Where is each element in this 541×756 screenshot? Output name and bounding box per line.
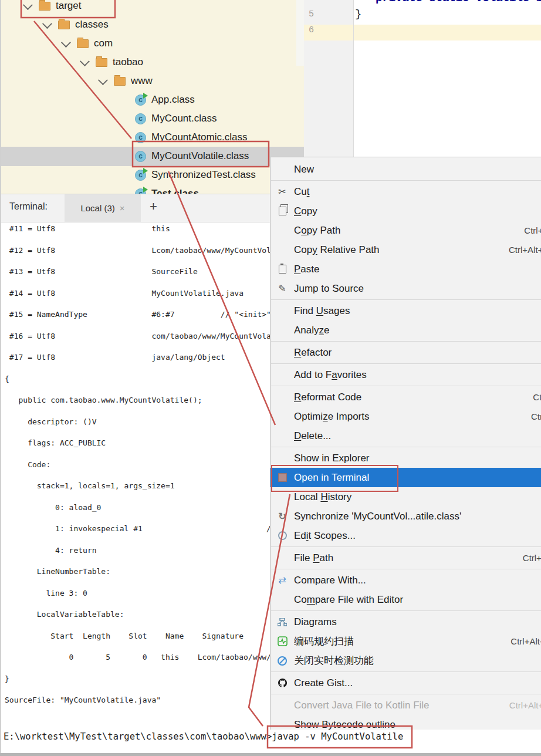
tree-item-mycountatomic-class[interactable]: c MyCountAtomic.class bbox=[135, 128, 247, 147]
tree-item-label[interactable]: taobao bbox=[113, 56, 143, 68]
menu-item-disable-realtime-inspection[interactable]: 关闭实时检测功能 bbox=[270, 651, 541, 670]
diagram-icon bbox=[276, 616, 289, 629]
tree-item-com[interactable]: com bbox=[62, 34, 113, 53]
tree-item-www[interactable]: www bbox=[99, 72, 153, 90]
tree-item-taobao[interactable]: taobao bbox=[80, 53, 143, 72]
terminal-tab-label[interactable]: Local (3) bbox=[80, 203, 114, 213]
chevron-down-icon[interactable] bbox=[23, 0, 33, 10]
menu-item-code-guideline-scan[interactable]: 编码规约扫描Ctrl+Alt+Shift+J bbox=[270, 632, 541, 651]
tree-item-partial[interactable]: c Test.class bbox=[135, 184, 199, 194]
project-tree-panel: target classes com taobao www c App.clas… bbox=[0, 0, 304, 194]
menu-item-reformat-code[interactable]: Reformat CodeCtrl+Alt+L bbox=[270, 387, 541, 407]
folder-icon bbox=[58, 21, 70, 29]
class-icon: c bbox=[135, 188, 146, 194]
runnable-icon bbox=[143, 187, 148, 193]
tree-item-label[interactable]: SynchronizedTest.class bbox=[151, 169, 256, 181]
menu-item-find-usages[interactable]: Find UsagesAlt+F7 bbox=[270, 301, 541, 320]
menu-item-paste[interactable]: PasteCtrl+V bbox=[270, 259, 541, 279]
window-bottom-edge bbox=[0, 753, 541, 756]
menu-separator bbox=[271, 447, 541, 447]
menu-item-optimize-imports[interactable]: Optimize ImportsCtrl+Alt+O bbox=[270, 407, 541, 426]
new-terminal-tab-icon[interactable]: + bbox=[150, 199, 157, 214]
tree-item-mycount-class[interactable]: c MyCount.class bbox=[135, 109, 217, 128]
sync-icon: ↻ bbox=[276, 510, 289, 523]
code-line-4[interactable]: private static volatile int bbox=[376, 0, 541, 5]
scope-circle-icon bbox=[276, 529, 289, 542]
menu-item-refactor[interactable]: Refactor bbox=[270, 343, 541, 362]
menu-item-copy-path[interactable]: Copy PathCtrl+Shift+C bbox=[270, 221, 541, 240]
copy-icon bbox=[276, 205, 289, 218]
tree-item-label[interactable]: MyCountAtomic.class bbox=[151, 131, 247, 143]
menu-item-open-in-terminal[interactable]: Open in Terminal bbox=[270, 468, 541, 487]
menu-item-file-path[interactable]: File PathCtrl+Alt+F12 bbox=[270, 548, 541, 568]
tree-item-classes[interactable]: classes bbox=[43, 15, 109, 34]
terminal-title: Terminal: bbox=[9, 201, 48, 212]
class-icon: c bbox=[135, 170, 146, 181]
tree-item-app-class[interactable]: c App.class bbox=[135, 90, 195, 109]
ide-window: target classes com taobao www c App.clas… bbox=[0, 0, 541, 756]
menu-separator bbox=[271, 180, 541, 181]
menu-item-delete[interactable]: Delete...Delete bbox=[270, 426, 541, 446]
menu-item-copy-relative-path[interactable]: Copy Relative PathCtrl+Alt+Shift+C bbox=[270, 240, 541, 259]
folder-icon bbox=[114, 77, 126, 86]
folder-icon bbox=[39, 2, 50, 11]
tree-item-label[interactable]: www bbox=[131, 75, 153, 87]
line-number: 5 bbox=[309, 9, 332, 19]
menu-item-show-bytecode-outline[interactable]: Show Bytecode outline bbox=[270, 715, 541, 730]
menu-separator bbox=[271, 694, 541, 694]
tree-item-target[interactable]: target bbox=[23, 0, 81, 15]
tree-scrollbar-track[interactable] bbox=[296, 0, 304, 66]
chevron-down-icon[interactable] bbox=[61, 38, 71, 48]
menu-item-edit-scopes[interactable]: Edit Scopes... bbox=[270, 526, 541, 545]
folder-icon bbox=[96, 58, 107, 67]
runnable-icon bbox=[143, 168, 148, 174]
terminal-prompt-line[interactable]: E:\worktest\MyTest\target\classes\com\ta… bbox=[4, 731, 403, 742]
tree-item-label[interactable]: App.class bbox=[151, 94, 195, 106]
chevron-down-icon[interactable] bbox=[42, 19, 52, 29]
menu-item-diagrams[interactable]: Diagrams bbox=[270, 612, 541, 632]
menu-item-new[interactable]: New bbox=[270, 160, 541, 179]
tree-item-synchronizedtest-class[interactable]: c SynchronizedTest.class bbox=[135, 166, 256, 184]
tree-item-label[interactable]: Test.class bbox=[151, 188, 199, 194]
tree-item-mycountvolatile-class[interactable]: c MyCountVolatile.class bbox=[135, 147, 249, 166]
menu-item-synchronize[interactable]: ↻Synchronize 'MyCountVol...atile.class' bbox=[270, 507, 541, 526]
code-line-5[interactable]: } bbox=[355, 8, 361, 21]
close-icon[interactable]: × bbox=[120, 203, 125, 213]
github-octocat-icon bbox=[276, 677, 289, 690]
chevron-down-icon[interactable] bbox=[98, 75, 108, 85]
tree-item-label[interactable]: classes bbox=[75, 19, 109, 31]
menu-item-cut[interactable]: ✂CutCtrl+X bbox=[270, 182, 541, 201]
menu-item-add-to-favorites[interactable]: Add to Favorites bbox=[270, 365, 541, 384]
menu-separator bbox=[271, 299, 541, 300]
tree-item-label[interactable]: MyCount.class bbox=[151, 113, 217, 124]
tree-item-label[interactable]: target bbox=[56, 0, 81, 12]
menu-item-compare-file-with-editor[interactable]: Compare File with Editor bbox=[270, 590, 541, 609]
menu-item-compare-with[interactable]: ⇄Compare With...Ctrl+D bbox=[270, 571, 541, 590]
alibaba-scan-icon bbox=[276, 635, 289, 648]
menu-separator bbox=[271, 363, 541, 364]
terminal-tab-local[interactable]: Local (3) × bbox=[65, 194, 141, 222]
tree-item-label[interactable]: com bbox=[94, 38, 113, 49]
menu-separator bbox=[271, 610, 541, 611]
pencil-icon: ✎ bbox=[276, 282, 289, 295]
menu-item-jump-to-source[interactable]: ✎Jump to Source bbox=[270, 279, 541, 298]
menu-item-analyze[interactable]: Analyze bbox=[270, 320, 541, 340]
menu-separator bbox=[271, 569, 541, 569]
scissors-icon: ✂ bbox=[276, 185, 289, 198]
folder-icon bbox=[77, 39, 89, 48]
runnable-icon bbox=[143, 93, 148, 99]
line-number: 4 bbox=[309, 0, 332, 3]
line-number: 6 bbox=[309, 25, 332, 35]
terminal-icon bbox=[276, 471, 289, 484]
compare-arrows-icon: ⇄ bbox=[276, 574, 289, 587]
menu-separator bbox=[271, 671, 541, 672]
menu-item-create-gist[interactable]: Create Gist... bbox=[270, 673, 541, 693]
editor-gutter-bottom bbox=[304, 41, 354, 157]
menu-item-copy[interactable]: CopyCtrl+C bbox=[270, 201, 541, 221]
class-icon: c bbox=[135, 95, 146, 106]
menu-item-local-history[interactable]: Local History bbox=[270, 487, 541, 507]
menu-item-convert-java-to-kotlin: Convert Java File to Kotlin FileCtrl+Alt… bbox=[270, 696, 541, 715]
chevron-down-icon[interactable] bbox=[80, 56, 90, 66]
tree-item-label[interactable]: MyCountVolatile.class bbox=[151, 150, 249, 162]
menu-item-show-in-explorer[interactable]: Show in Explorer bbox=[270, 448, 541, 468]
